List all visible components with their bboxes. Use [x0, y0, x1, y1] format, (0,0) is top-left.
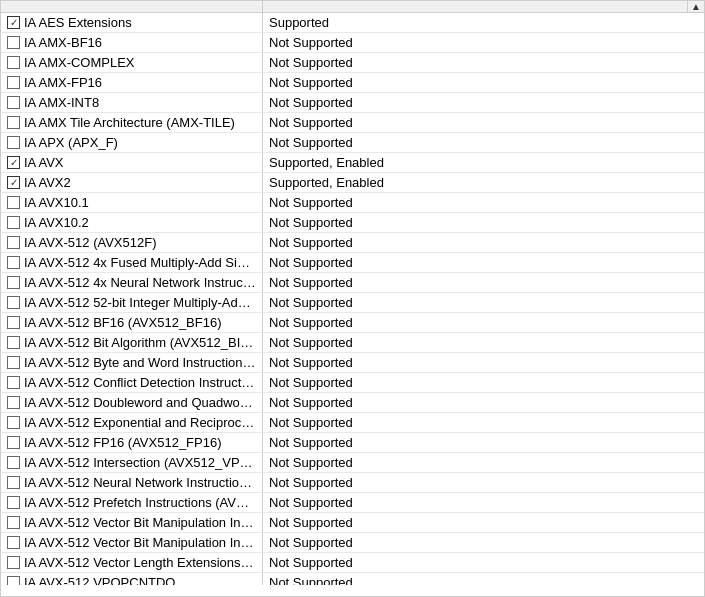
cell-value: Not Supported	[263, 293, 704, 312]
field-label: IA AVX-512 VPOPCNTDQ	[24, 575, 175, 585]
table-row[interactable]: IA AVX-512 Byte and Word Instructions (.…	[1, 353, 704, 373]
cell-value: Not Supported	[263, 473, 704, 492]
cell-value: Not Supported	[263, 233, 704, 252]
sort-icon[interactable]: ▲	[688, 1, 704, 12]
field-label: IA APX (APX_F)	[24, 135, 118, 150]
cell-value: Not Supported	[263, 73, 704, 92]
row-checkbox[interactable]	[7, 536, 20, 549]
cell-value: Not Supported	[263, 413, 704, 432]
row-checkbox[interactable]	[7, 336, 20, 349]
row-checkbox[interactable]	[7, 36, 20, 49]
field-label: IA AVX10.2	[24, 215, 89, 230]
table-row[interactable]: IA AVX-512 52-bit Integer Multiply-Add .…	[1, 293, 704, 313]
table-row[interactable]: IA AVX-512 Vector Bit Manipulation Instr…	[1, 513, 704, 533]
cell-value: Not Supported	[263, 553, 704, 572]
row-checkbox[interactable]	[7, 116, 20, 129]
table-row[interactable]: IA AVX-512 BF16 (AVX512_BF16)Not Support…	[1, 313, 704, 333]
table-row[interactable]: IA AVX-512 Intersection (AVX512_VP2IN...…	[1, 453, 704, 473]
row-checkbox[interactable]	[7, 276, 20, 289]
table-row[interactable]: IA AMX-FP16Not Supported	[1, 73, 704, 93]
row-checkbox[interactable]	[7, 436, 20, 449]
table-row[interactable]: IA AVXSupported, Enabled	[1, 153, 704, 173]
table-row[interactable]: IA AES ExtensionsSupported	[1, 13, 704, 33]
row-checkbox[interactable]	[7, 396, 20, 409]
field-label: IA AVX-512 52-bit Integer Multiply-Add .…	[24, 295, 256, 310]
row-checkbox[interactable]	[7, 376, 20, 389]
cell-field: IA AMX-INT8	[1, 93, 263, 112]
cell-field: IA AMX-FP16	[1, 73, 263, 92]
table-row[interactable]: IA AVX-512 Vector Bit Manipulation Instr…	[1, 533, 704, 553]
cell-field: IA AES Extensions	[1, 13, 263, 32]
table-row[interactable]: IA AVX-512 Exponential and Reciprocal I.…	[1, 413, 704, 433]
cell-value: Not Supported	[263, 433, 704, 452]
table-row[interactable]: IA AVX-512 4x Neural Network Instructi..…	[1, 273, 704, 293]
field-label: IA AVX-512 Vector Bit Manipulation Instr…	[24, 515, 256, 530]
field-label: IA AVX-512 Doubleword and Quadword ...	[24, 395, 256, 410]
cell-field: IA AVX-512 BF16 (AVX512_BF16)	[1, 313, 263, 332]
table-row[interactable]: IA AVX-512 Prefetch Instructions (AVX51.…	[1, 493, 704, 513]
cell-value: Not Supported	[263, 533, 704, 552]
header-value	[263, 1, 687, 12]
table-row[interactable]: IA AVX-512 Vector Length Extensions (A..…	[1, 553, 704, 573]
row-checkbox[interactable]	[7, 56, 20, 69]
row-checkbox[interactable]	[7, 476, 20, 489]
table-row[interactable]: IA APX (APX_F)Not Supported	[1, 133, 704, 153]
table-row[interactable]: IA AVX10.1Not Supported	[1, 193, 704, 213]
row-checkbox[interactable]	[7, 416, 20, 429]
table-body[interactable]: IA AES ExtensionsSupportedIA AMX-BF16Not…	[1, 13, 704, 585]
row-checkbox[interactable]	[7, 576, 20, 585]
row-checkbox[interactable]	[7, 136, 20, 149]
row-checkbox[interactable]	[7, 96, 20, 109]
table-row[interactable]: IA AVX-512 FP16 (AVX512_FP16)Not Support…	[1, 433, 704, 453]
table-row[interactable]: IA AMX-BF16Not Supported	[1, 33, 704, 53]
field-label: IA AVX-512 BF16 (AVX512_BF16)	[24, 315, 222, 330]
row-checkbox[interactable]	[7, 316, 20, 329]
cell-field: IA APX (APX_F)	[1, 133, 263, 152]
table-row[interactable]: IA AVX-512 Neural Network Instructions..…	[1, 473, 704, 493]
row-checkbox[interactable]	[7, 516, 20, 529]
cell-field: IA AVX-512 VPOPCNTDQ	[1, 573, 263, 585]
cell-value: Not Supported	[263, 573, 704, 585]
cell-field: IA AVX-512 Exponential and Reciprocal I.…	[1, 413, 263, 432]
row-checkbox[interactable]	[7, 496, 20, 509]
cell-value: Not Supported	[263, 53, 704, 72]
cell-value: Not Supported	[263, 93, 704, 112]
row-checkbox[interactable]	[7, 16, 20, 29]
table-row[interactable]: IA AVX-512 (AVX512F)Not Supported	[1, 233, 704, 253]
row-checkbox[interactable]	[7, 76, 20, 89]
row-checkbox[interactable]	[7, 256, 20, 269]
row-checkbox[interactable]	[7, 236, 20, 249]
row-checkbox[interactable]	[7, 296, 20, 309]
row-checkbox[interactable]	[7, 216, 20, 229]
table-row[interactable]: IA AMX Tile Architecture (AMX-TILE)Not S…	[1, 113, 704, 133]
table-row[interactable]: IA AVX10.2Not Supported	[1, 213, 704, 233]
table-row[interactable]: IA AVX2Supported, Enabled	[1, 173, 704, 193]
table-row[interactable]: IA AVX-512 VPOPCNTDQNot Supported	[1, 573, 704, 585]
cell-value: Not Supported	[263, 353, 704, 372]
field-label: IA AMX-FP16	[24, 75, 102, 90]
cell-value: Not Supported	[263, 513, 704, 532]
row-checkbox[interactable]	[7, 156, 20, 169]
cell-field: IA AVX	[1, 153, 263, 172]
field-label: IA AVX2	[24, 175, 71, 190]
table-row[interactable]: IA AMX-COMPLEXNot Supported	[1, 53, 704, 73]
cell-field: IA AMX-BF16	[1, 33, 263, 52]
row-checkbox[interactable]	[7, 456, 20, 469]
field-label: IA AVX-512 Vector Bit Manipulation Instr…	[24, 535, 256, 550]
field-label: IA AVX-512 (AVX512F)	[24, 235, 156, 250]
cell-value: Not Supported	[263, 273, 704, 292]
cell-field: IA AVX-512 Vector Bit Manipulation Instr…	[1, 533, 263, 552]
field-label: IA AVX-512 Bit Algorithm (AVX512_BITA...	[24, 335, 256, 350]
table-row[interactable]: IA AMX-INT8Not Supported	[1, 93, 704, 113]
table-row[interactable]: IA AVX-512 4x Fused Multiply-Add Singl..…	[1, 253, 704, 273]
cell-field: IA AVX-512 4x Neural Network Instructi..…	[1, 273, 263, 292]
row-checkbox[interactable]	[7, 176, 20, 189]
cell-value: Supported, Enabled	[263, 173, 704, 192]
field-label: IA AMX-INT8	[24, 95, 99, 110]
table-row[interactable]: IA AVX-512 Doubleword and Quadword ...No…	[1, 393, 704, 413]
table-row[interactable]: IA AVX-512 Conflict Detection Instructio…	[1, 373, 704, 393]
row-checkbox[interactable]	[7, 196, 20, 209]
row-checkbox[interactable]	[7, 356, 20, 369]
row-checkbox[interactable]	[7, 556, 20, 569]
table-row[interactable]: IA AVX-512 Bit Algorithm (AVX512_BITA...…	[1, 333, 704, 353]
